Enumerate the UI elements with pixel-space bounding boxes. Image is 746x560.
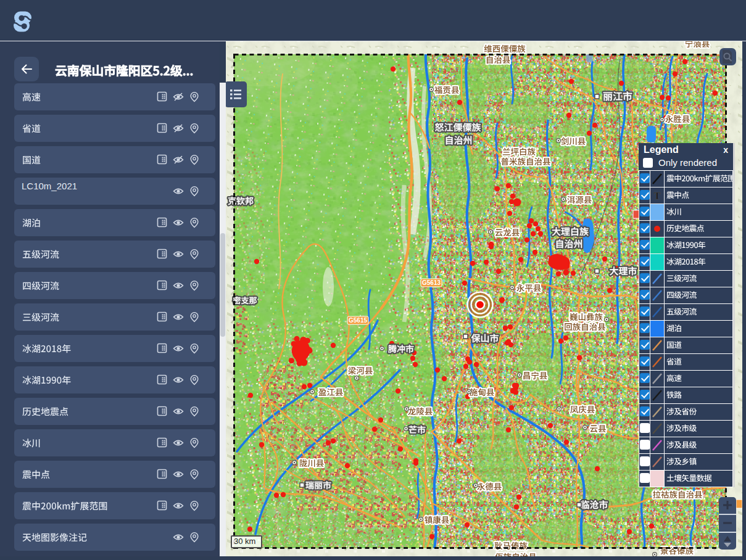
svg-text:G5615: G5615	[349, 317, 367, 324]
svg-text:T: T	[654, 191, 661, 201]
svg-text:G5613: G5613	[422, 279, 441, 286]
